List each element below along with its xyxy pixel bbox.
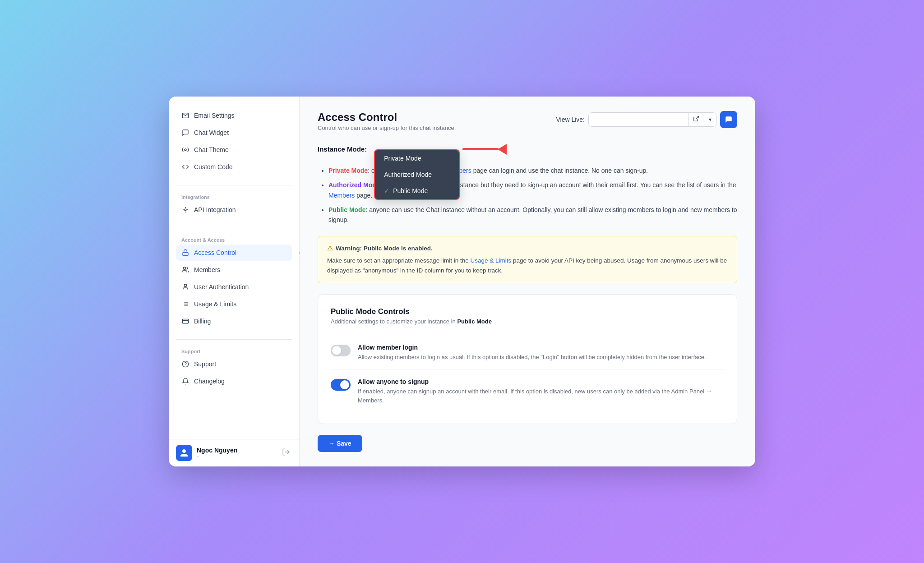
usage-limits-link[interactable]: Usage & Limits bbox=[470, 257, 511, 264]
save-button[interactable]: → Save bbox=[318, 435, 362, 452]
sidebar-section-support: Support Support Changelog bbox=[169, 345, 299, 390]
billing-icon bbox=[181, 317, 189, 325]
svg-rect-12 bbox=[182, 319, 188, 323]
custom-code-icon bbox=[181, 163, 189, 171]
sidebar-item-changelog[interactable]: Changelog bbox=[176, 373, 292, 389]
toggle-knob bbox=[340, 380, 349, 389]
email-icon bbox=[181, 111, 189, 120]
view-live-area: View Live: ▾ bbox=[556, 111, 737, 128]
sidebar-item-label: Email Settings bbox=[194, 112, 234, 119]
checkmark-icon: ✓ bbox=[384, 187, 389, 194]
authorized-mode-text: Authorized Mode bbox=[328, 181, 380, 189]
private-mode-text: Private Mode bbox=[328, 167, 368, 174]
view-live-input[interactable] bbox=[589, 113, 688, 126]
logout-button[interactable] bbox=[280, 446, 292, 460]
page-title: Access Control bbox=[318, 111, 456, 124]
sidebar-item-label: Changelog bbox=[194, 378, 225, 385]
api-icon bbox=[181, 206, 189, 214]
sidebar-section-account: Account & Access Access Control ◄ Member… bbox=[169, 234, 299, 330]
support-label: Support bbox=[176, 345, 292, 356]
sidebar-item-label: Support bbox=[194, 360, 216, 368]
account-access-label: Account & Access bbox=[176, 234, 292, 245]
svg-line-17 bbox=[696, 116, 698, 119]
control-allow-signup: Allow anyone to signup If enabled, anyon… bbox=[331, 370, 724, 413]
sidebar-item-billing[interactable]: Billing bbox=[176, 313, 292, 329]
sidebar-section-main: Email Settings Chat Widget Chat Theme Cu… bbox=[169, 107, 299, 176]
dropdown-item-label: Authorized Mode bbox=[384, 171, 432, 178]
sidebar-item-label: API Integration bbox=[194, 206, 236, 213]
view-live-label: View Live: bbox=[556, 116, 585, 123]
sidebar-item-label: Chat Widget bbox=[194, 129, 229, 136]
sidebar-item-members[interactable]: Members bbox=[176, 262, 292, 278]
sidebar-section-integrations: Integrations API Integration bbox=[169, 191, 299, 219]
dropdown-item-label: Private Mode bbox=[384, 155, 421, 162]
instance-mode-row: Instance Mode: Private Mode Authorized M… bbox=[318, 144, 737, 155]
public-mode-text: Public Mode bbox=[328, 206, 365, 213]
public-mode-controls-card: Public Mode Controls Additional settings… bbox=[318, 294, 737, 425]
control-allow-member-login: Allow member login Allow existing member… bbox=[331, 336, 724, 370]
svg-point-5 bbox=[184, 284, 186, 286]
user-name: Ngoc Nguyen bbox=[197, 447, 276, 454]
warning-title-text: Warning: Public Mode is enabled. bbox=[336, 244, 433, 254]
controls-card-title: Public Mode Controls bbox=[331, 307, 724, 316]
sidebar-item-support[interactable]: Support bbox=[176, 356, 292, 372]
sidebar-item-access-control[interactable]: Access Control ◄ bbox=[176, 245, 292, 261]
sidebar-divider-1 bbox=[176, 185, 292, 185]
allow-member-login-text: Allow member login Allow existing member… bbox=[358, 344, 724, 362]
sidebar-item-label: Access Control bbox=[194, 249, 236, 256]
warning-icon: ⚠ bbox=[327, 244, 333, 254]
sidebar-item-label: Custom Code bbox=[194, 163, 233, 171]
sidebar-item-chat-theme[interactable]: Chat Theme bbox=[176, 142, 292, 158]
mode-desc-public: Public Mode: anyone can use the Chat ins… bbox=[328, 205, 737, 225]
sidebar-item-api-integration[interactable]: API Integration bbox=[176, 202, 292, 218]
instance-mode-label: Instance Mode: bbox=[318, 145, 367, 153]
dropdown-item-authorized[interactable]: Authorized Mode bbox=[375, 166, 459, 183]
dropdown-item-private[interactable]: Private Mode bbox=[375, 150, 459, 166]
page-subtitle: Control who can use or sign-up for this … bbox=[318, 125, 456, 131]
allow-signup-toggle[interactable] bbox=[331, 379, 351, 391]
chat-icon-button[interactable] bbox=[720, 111, 737, 128]
svg-point-1 bbox=[185, 149, 186, 151]
allow-signup-text: Allow anyone to signup If enabled, anyon… bbox=[358, 378, 724, 405]
members-icon bbox=[181, 266, 189, 274]
user-auth-icon bbox=[181, 283, 189, 291]
sidebar-item-usage-limits[interactable]: Usage & Limits bbox=[176, 296, 292, 312]
red-arrow-annotation bbox=[462, 144, 507, 155]
sidebar-item-email-settings[interactable]: Email Settings bbox=[176, 107, 292, 124]
sidebar-item-label: Billing bbox=[194, 318, 211, 325]
usage-icon bbox=[181, 300, 189, 308]
lock-icon bbox=[181, 249, 189, 257]
sidebar-item-chat-widget[interactable]: Chat Widget bbox=[176, 125, 292, 141]
sidebar-item-user-auth[interactable]: User Authentication bbox=[176, 279, 292, 295]
view-live-external-button[interactable] bbox=[688, 113, 704, 126]
dropdown-item-public[interactable]: ✓ Public Mode bbox=[375, 183, 459, 199]
dropdown-item-label: Public Mode bbox=[393, 187, 428, 194]
sidebar-item-label: User Authentication bbox=[194, 283, 249, 291]
main-content: Access Control Control who can use or si… bbox=[300, 97, 755, 466]
support-icon bbox=[181, 360, 189, 368]
control-desc: Allow existing members to login as usual… bbox=[358, 353, 724, 362]
warning-title: ⚠ Warning: Public Mode is enabled. bbox=[327, 244, 728, 254]
members-link-2[interactable]: Members bbox=[328, 192, 355, 199]
view-live-dropdown-button[interactable]: ▾ bbox=[704, 113, 716, 126]
view-live-input-wrap: ▾ bbox=[588, 112, 716, 127]
sidebar-item-label: Usage & Limits bbox=[194, 300, 236, 308]
svg-point-4 bbox=[183, 267, 185, 269]
toggle-knob bbox=[332, 346, 341, 355]
user-info: Ngoc Nguyen ··· bbox=[197, 447, 276, 459]
integrations-label: Integrations bbox=[176, 191, 292, 202]
chat-theme-icon bbox=[181, 146, 189, 154]
mode-dropdown-menu[interactable]: Private Mode Authorized Mode ✓ Public Mo… bbox=[374, 149, 460, 200]
page-title-block: Access Control Control who can use or si… bbox=[318, 111, 456, 131]
control-desc: If enabled, anyone can signup an account… bbox=[358, 387, 724, 405]
svg-rect-3 bbox=[183, 252, 188, 255]
warning-body: Make sure to set an appropriate message … bbox=[327, 257, 470, 264]
warning-box: ⚠ Warning: Public Mode is enabled. Make … bbox=[318, 236, 737, 283]
toggle-track[interactable] bbox=[331, 345, 351, 356]
sidebar-item-label: Members bbox=[194, 266, 220, 273]
changelog-icon bbox=[181, 377, 189, 385]
toggle-track-on[interactable] bbox=[331, 379, 351, 391]
sidebar-item-custom-code[interactable]: Custom Code bbox=[176, 159, 292, 175]
control-name: Allow member login bbox=[358, 344, 724, 351]
allow-member-login-toggle[interactable] bbox=[331, 345, 351, 356]
